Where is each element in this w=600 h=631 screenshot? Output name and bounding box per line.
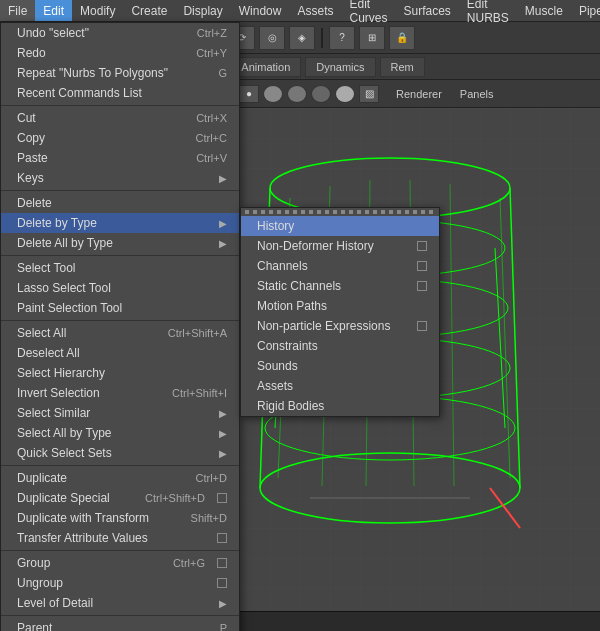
menubar-item-editnurbs[interactable]: Edit NURBS <box>459 0 517 21</box>
menu-item-level-of-detail[interactable]: Level of Detail ▶ <box>1 593 239 613</box>
menu-sep-5 <box>1 465 239 466</box>
menubar-item-edit[interactable]: Edit <box>35 0 72 21</box>
menubar-item-assets[interactable]: Assets <box>289 0 341 21</box>
submenu-item-history-label: History <box>257 219 427 233</box>
menu-item-paste-shortcut: Ctrl+V <box>196 152 227 164</box>
submenu-item-static-channels-label: Static Channels <box>257 279 409 293</box>
panels-btn[interactable]: Panels <box>452 86 502 102</box>
menubar-item-pipeline[interactable]: Pipeline <box>571 0 600 21</box>
submenu-item-sounds-label: Sounds <box>257 359 427 373</box>
toolbar-btn-12[interactable]: 🔒 <box>389 26 415 50</box>
menu-item-paste[interactable]: Paste Ctrl+V <box>1 148 239 168</box>
tab-animation[interactable]: Animation <box>230 57 301 77</box>
menu-item-lasso-select[interactable]: Lasso Select Tool <box>1 278 239 298</box>
toolbar-btn-11[interactable]: ⊞ <box>359 26 385 50</box>
menu-item-quick-select-sets[interactable]: Quick Select Sets ▶ <box>1 443 239 463</box>
menubar-item-display[interactable]: Display <box>175 0 230 21</box>
menu-item-keys[interactable]: Keys ▶ <box>1 168 239 188</box>
vp-btn-8[interactable]: ● <box>239 85 259 103</box>
vp-btn-10[interactable] <box>287 85 307 103</box>
menu-item-duplicate-special-label: Duplicate Special <box>17 491 125 505</box>
menu-item-undo-label: Undo "select" <box>17 26 177 40</box>
submenu-item-non-deformer-history-label: Non-Deformer History <box>257 239 409 253</box>
menu-item-group[interactable]: Group Ctrl+G <box>1 553 239 573</box>
menu-item-duplicate-transform-label: Duplicate with Transform <box>17 511 171 525</box>
menu-item-undo[interactable]: Undo "select" Ctrl+Z <box>1 23 239 43</box>
menu-item-invert-selection-label: Invert Selection <box>17 386 152 400</box>
toolbar-separator-2 <box>321 28 323 48</box>
submenu-item-non-particle-expressions-label: Non-particle Expressions <box>257 319 409 333</box>
menu-item-cut-label: Cut <box>17 111 176 125</box>
submenu-item-non-particle-expressions-checkbox[interactable] <box>417 321 427 331</box>
menubar-item-muscle[interactable]: Muscle <box>517 0 571 21</box>
menu-item-delete-by-type[interactable]: Delete by Type ▶ <box>1 213 239 233</box>
menu-item-duplicate-special-option[interactable] <box>217 493 227 503</box>
menu-item-duplicate-transform[interactable]: Duplicate with Transform Shift+D <box>1 508 239 528</box>
toolbar-btn-9[interactable]: ◈ <box>289 26 315 50</box>
menu-item-select-tool[interactable]: Select Tool <box>1 258 239 278</box>
menu-item-paste-label: Paste <box>17 151 176 165</box>
menu-item-repeat-label: Repeat "Nurbs To Polygons" <box>17 66 198 80</box>
submenu-item-constraints-label: Constraints <box>257 339 427 353</box>
vp-btn-13[interactable]: ▨ <box>359 85 379 103</box>
submenu-item-assets[interactable]: Assets <box>241 376 439 396</box>
menu-item-undo-shortcut: Ctrl+Z <box>197 27 227 39</box>
menu-item-duplicate-special[interactable]: Duplicate Special Ctrl+Shift+D <box>1 488 239 508</box>
menu-item-delete-all-by-type[interactable]: Delete All by Type ▶ <box>1 233 239 253</box>
menu-item-select-all[interactable]: Select All Ctrl+Shift+A <box>1 323 239 343</box>
menu-item-delete[interactable]: Delete <box>1 193 239 213</box>
renderer-btn[interactable]: Renderer <box>388 86 450 102</box>
vp-btn-11[interactable] <box>311 85 331 103</box>
menubar-item-surfaces[interactable]: Surfaces <box>395 0 458 21</box>
menubar-item-window[interactable]: Window <box>231 0 290 21</box>
menu-item-redo[interactable]: Redo Ctrl+Y <box>1 43 239 63</box>
menu-item-paint-selection[interactable]: Paint Selection Tool <box>1 298 239 318</box>
submenu-item-non-deformer-history-checkbox[interactable] <box>417 241 427 251</box>
menu-item-duplicate[interactable]: Duplicate Ctrl+D <box>1 468 239 488</box>
menubar-item-file[interactable]: File <box>0 0 35 21</box>
vp-btn-9[interactable] <box>263 85 283 103</box>
menu-item-ungroup[interactable]: Ungroup <box>1 573 239 593</box>
submenu-item-static-channels[interactable]: Static Channels <box>241 276 439 296</box>
dropdown-overlay: Undo "select" Ctrl+Z Redo Ctrl+Y Repeat … <box>0 22 240 631</box>
submenu-item-sounds[interactable]: Sounds <box>241 356 439 376</box>
menubar-item-create[interactable]: Create <box>123 0 175 21</box>
submenu-item-non-particle-expressions[interactable]: Non-particle Expressions <box>241 316 439 336</box>
menubar-item-editcurves[interactable]: Edit Curves <box>341 0 395 21</box>
menu-item-select-all-by-type[interactable]: Select All by Type ▶ <box>1 423 239 443</box>
toolbar-btn-10[interactable]: ? <box>329 26 355 50</box>
menu-sep-7 <box>1 615 239 616</box>
menu-item-select-hierarchy[interactable]: Select Hierarchy <box>1 363 239 383</box>
menu-item-transfer-attribute[interactable]: Transfer Attribute Values <box>1 528 239 548</box>
menu-item-select-similar[interactable]: Select Similar ▶ <box>1 403 239 423</box>
menu-item-invert-selection-shortcut: Ctrl+Shift+I <box>172 387 227 399</box>
menu-sep-2 <box>1 190 239 191</box>
menu-item-cut[interactable]: Cut Ctrl+X <box>1 108 239 128</box>
menu-item-transfer-attribute-option[interactable] <box>217 533 227 543</box>
menu-item-group-option[interactable] <box>217 558 227 568</box>
tab-rem[interactable]: Rem <box>380 57 425 77</box>
menu-item-select-tool-label: Select Tool <box>17 261 227 275</box>
menu-item-repeat[interactable]: Repeat "Nurbs To Polygons" G <box>1 63 239 83</box>
tab-dynamics[interactable]: Dynamics <box>305 57 375 77</box>
submenu-item-non-deformer-history[interactable]: Non-Deformer History <box>241 236 439 256</box>
vp-btn-12[interactable] <box>335 85 355 103</box>
submenu-item-static-channels-checkbox[interactable] <box>417 281 427 291</box>
toolbar-btn-8[interactable]: ◎ <box>259 26 285 50</box>
submenu-item-rigid-bodies[interactable]: Rigid Bodies <box>241 396 439 416</box>
submenu-item-channels-checkbox[interactable] <box>417 261 427 271</box>
submenu-item-history[interactable]: History <box>241 216 439 236</box>
menu-item-copy[interactable]: Copy Ctrl+C <box>1 128 239 148</box>
menubar-item-modify[interactable]: Modify <box>72 0 123 21</box>
submenu-item-constraints[interactable]: Constraints <box>241 336 439 356</box>
menu-item-invert-selection[interactable]: Invert Selection Ctrl+Shift+I <box>1 383 239 403</box>
menu-item-parent[interactable]: Parent P <box>1 618 239 631</box>
menu-item-recent[interactable]: Recent Commands List <box>1 83 239 103</box>
submenu-item-channels[interactable]: Channels <box>241 256 439 276</box>
menu-item-duplicate-transform-shortcut: Shift+D <box>191 512 227 524</box>
menu-item-paint-selection-label: Paint Selection Tool <box>17 301 227 315</box>
menu-item-deselect-all[interactable]: Deselect All <box>1 343 239 363</box>
menu-item-ungroup-option[interactable] <box>217 578 227 588</box>
submenu-item-motion-paths[interactable]: Motion Paths <box>241 296 439 316</box>
menu-item-delete-all-by-type-label: Delete All by Type <box>17 236 219 250</box>
